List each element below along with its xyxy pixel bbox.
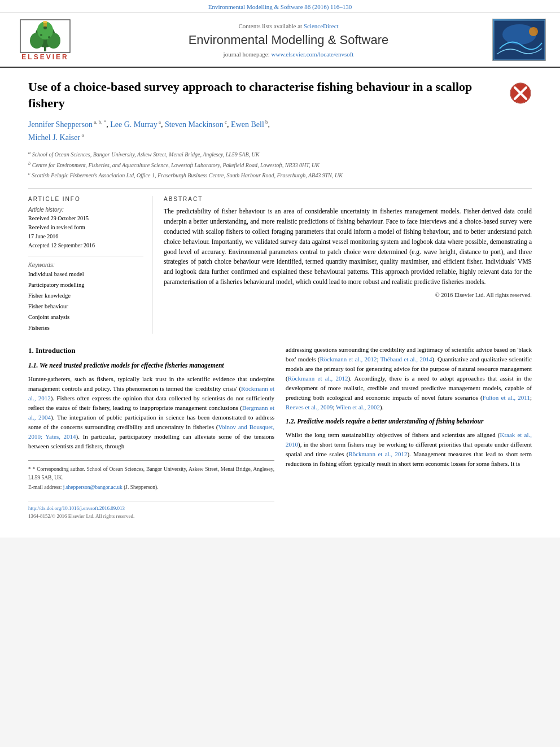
author-2: Lee G. Murray (110, 120, 158, 129)
keyword-3: Fisher knowledge (28, 291, 143, 302)
abstract-section: ABSTRACT The predictability of fisher be… (164, 196, 532, 333)
footer-issn: 1364-8152/© 2016 Elsevier Ltd. All right… (28, 513, 274, 521)
section-1-para1-right: addressing questions surrounding the cre… (286, 345, 532, 412)
author-4-sup: b (264, 119, 268, 125)
footnote-email-note: (J. Shepperson). (124, 484, 158, 490)
top-bar: Environmental Modelling & Software 86 (2… (0, 0, 560, 13)
svg-point-13 (529, 27, 538, 36)
homepage-label: journal homepage: (224, 51, 270, 58)
contents-label: Contents lists available at (238, 23, 302, 29)
received-revised-date: 17 June 2016 (28, 232, 143, 241)
copyright-notice: © 2016 Elsevier Ltd. All rights reserved… (164, 292, 532, 298)
keywords-list: Individual based model Participatory mod… (28, 269, 143, 333)
abstract-text: The predictability of fisher behaviour i… (164, 207, 532, 287)
svg-point-5 (40, 34, 42, 36)
svg-point-6 (48, 36, 50, 38)
info-abstract-grid: ARTICLE INFO Article history: Received 2… (28, 196, 532, 333)
page: Environmental Modelling & Software 86 (2… (0, 0, 560, 538)
cite-wilen[interactable]: Wilen et al., 2002 (336, 404, 380, 410)
elsevier-logo: ELSEVIER (11, 19, 79, 61)
author-5-sup: a (80, 132, 84, 138)
footnote-email-label: E-mail address: (28, 484, 62, 490)
elsevier-brand-text: ELSEVIER (21, 53, 68, 61)
author-2-sup: a (158, 119, 161, 125)
journal-header: ELSEVIER Contents lists available at Sci… (0, 13, 560, 68)
cite-rockmann-2012[interactable]: Röckmann et al., 2012 (28, 385, 274, 401)
cite-fulton[interactable]: Fulton et al., 2011 (483, 394, 530, 401)
accepted-date: Accepted 12 September 2016 (28, 241, 143, 250)
keyword-1: Individual based model (28, 269, 143, 280)
cite-bergmann[interactable]: Bergmann et al., 2004 (28, 404, 274, 421)
author-3: Steven Mackinson (165, 120, 224, 129)
affiliation-c: c Scottish Pelagic Fishermen's Associati… (28, 171, 532, 180)
page-footer: http://dx.doi.org/10.1016/j.envsoft.2016… (28, 501, 274, 521)
footnote-corresponding: * * Corresponding author. School of Ocea… (28, 465, 274, 482)
journal-cover-placeholder (492, 19, 546, 61)
journal-center: Contents lists available at ScienceDirec… (85, 23, 492, 58)
homepage-url[interactable]: www.elsevier.com/locate/envsoft (272, 51, 354, 58)
article-info: ARTICLE INFO Article history: Received 2… (28, 196, 152, 333)
journal-title: Environmental Modelling & Software (85, 33, 492, 47)
history-label: Article history: (28, 207, 143, 213)
divider-1 (28, 189, 532, 189)
keywords-section: Keywords: Individual based model Partici… (28, 256, 143, 333)
affiliation-a: a School of Ocean Sciences, Bangor Unive… (28, 150, 532, 159)
svg-point-9 (43, 21, 47, 23)
body-col-left: 1. Introduction 1.1. We need trusted pre… (28, 345, 274, 521)
abstract-body: The predictability of fisher behaviour i… (164, 208, 532, 285)
cite-rockmann-2012d[interactable]: Röckmann et al., 2012 (348, 451, 407, 457)
footnote-email-address[interactable]: j.shepperson@bangor.ac.uk (63, 484, 123, 490)
section-1-sub1: 1.1. We need trusted predictive models f… (28, 361, 274, 371)
journal-homepage: journal homepage: www.elsevier.com/locat… (85, 51, 492, 58)
author-3-sup: c (224, 119, 227, 125)
article-title-section: Use of a choice-based survey approach to… (28, 79, 532, 111)
affiliation-b: b Centre for Environment, Fisheries, and… (28, 160, 532, 169)
article-dates: Received 29 October 2015 Received in rev… (28, 214, 143, 250)
author-1: Jennifer Shepperson (28, 120, 93, 129)
sciencedirect-link[interactable]: ScienceDirect (304, 23, 339, 29)
keyword-4: Fisher behaviour (28, 302, 143, 312)
body-sections: 1. Introduction 1.1. We need trusted pre… (28, 345, 532, 521)
cite-thebaud[interactable]: Thébaud et al., 2014 (380, 356, 432, 362)
cover-decoration-icon (494, 20, 545, 60)
cite-rockmann-2012b[interactable]: Röckmann et al., 2012 (320, 356, 377, 362)
authors: Jennifer Shepperson a, b, *, Lee G. Murr… (28, 118, 532, 144)
keyword-2: Participatory modelling (28, 280, 143, 291)
elsevier-logo-section: ELSEVIER (11, 19, 85, 61)
keyword-6: Fisheries (28, 323, 143, 334)
cite-reeves[interactable]: Reeves et al., 2009 (286, 404, 333, 410)
section-1-para1: Hunter-gatherers, such as fishers, typic… (28, 374, 274, 451)
cite-kraak[interactable]: Kraak et al., 2010 (286, 431, 532, 448)
author-4: Ewen Bell (231, 120, 264, 129)
journal-cover-image (492, 19, 549, 61)
elsevier-tree-icon (20, 19, 71, 53)
received-revised-label: Received in revised form (28, 223, 143, 232)
contents-available-line: Contents lists available at ScienceDirec… (85, 23, 492, 29)
keyword-5: Conjoint analysis (28, 312, 143, 323)
affiliations: a School of Ocean Sciences, Bangor Unive… (28, 150, 532, 180)
crossmark-icon (509, 82, 532, 104)
section-1-heading: 1. Introduction (28, 345, 274, 356)
paper-content: Use of a choice-based survey approach to… (0, 68, 560, 538)
footnote-corresponding-text: * Corresponding author. School of Ocean … (28, 466, 274, 480)
article-info-title: ARTICLE INFO (28, 196, 143, 202)
section-1-para2-right: Whilst the long term sustainability obje… (286, 430, 532, 469)
author-1-sup: a, b, * (93, 119, 106, 125)
abstract-title: ABSTRACT (164, 196, 532, 202)
article-title: Use of a choice-based survey approach to… (28, 79, 501, 111)
crossmark-badge (509, 82, 532, 104)
body-columns: 1. Introduction 1.1. We need trusted pre… (28, 345, 532, 521)
keywords-label: Keywords: (28, 262, 143, 268)
journal-volume-info: Environmental Modelling & Software 86 (2… (208, 3, 352, 10)
footnotes: * * Corresponding author. School of Ocea… (28, 460, 274, 492)
section-1-sub2: 1.2. Predictive models require a better … (286, 417, 532, 427)
author-5: Michel J. Kaiser (28, 133, 80, 142)
cite-rockmann-2012c[interactable]: Röckmann et al., 2012 (288, 375, 348, 382)
received-date: Received 29 October 2015 (28, 214, 143, 223)
footnote-star: * (28, 466, 31, 472)
cite-voinov[interactable]: Voinov and Bousquet, 2010; Yates, 2014 (28, 423, 274, 440)
body-col-right: addressing questions surrounding the cre… (286, 345, 532, 521)
footer-doi[interactable]: http://dx.doi.org/10.1016/j.envsoft.2016… (28, 505, 125, 511)
footnote-email: E-mail address: j.shepperson@bangor.ac.u… (28, 483, 274, 492)
